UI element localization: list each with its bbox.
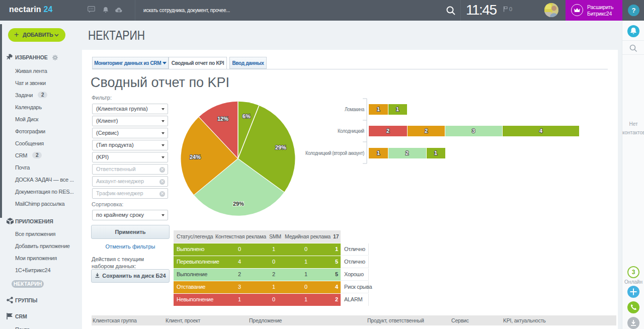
svg-text:1: 1 (377, 106, 380, 112)
svg-text:1: 1 (396, 106, 399, 112)
svg-text:3: 3 (472, 128, 475, 134)
svg-text:1: 1 (434, 150, 437, 156)
svg-text:24%: 24% (190, 154, 201, 160)
svg-text:12%: 12% (217, 116, 228, 122)
svg-text:29%: 29% (233, 201, 244, 207)
svg-text:4: 4 (539, 128, 543, 134)
svg-text:1: 1 (377, 150, 380, 156)
svg-text:Колодницкий: Колодницкий (338, 128, 364, 134)
svg-text:2: 2 (425, 128, 428, 134)
svg-text:29%: 29% (275, 144, 286, 150)
svg-text:Колодницкий (второй аккаунт): Колодницкий (второй аккаунт) (305, 150, 364, 156)
svg-text:2: 2 (386, 128, 389, 134)
svg-text:Ломакина: Ломакина (345, 107, 365, 112)
svg-text:2: 2 (406, 150, 409, 156)
svg-text:6%: 6% (243, 113, 251, 119)
